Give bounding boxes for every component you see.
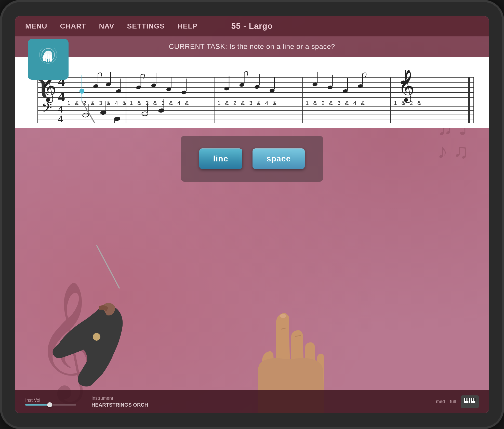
svg-text:4: 4 [115,100,118,106]
svg-rect-120 [469,398,470,403]
svg-text:&: & [225,100,229,106]
svg-text:1: 1 [306,100,309,106]
svg-text:2: 2 [233,100,236,106]
current-task-text: CURRENT TASK: Is the note on a line or a… [169,43,335,51]
tablet-frame: 𝄞 ♪♫♬ ♩♪ ♫ MENU CHART NAV SETTINGS HELP … [0,0,504,429]
nav-items: MENU CHART NAV SETTINGS HELP [25,22,197,30]
svg-text:2: 2 [146,100,149,106]
sheet-music-container: { 𝄞 4 4 [15,57,489,128]
svg-text:&: & [169,100,173,106]
line-button[interactable]: line [199,148,242,169]
instrument-group: Instrument HEARTSTRINGS ORCH [91,396,148,408]
vol-med-label: med [436,399,445,404]
nav-nav[interactable]: NAV [99,22,114,30]
touch-icon [37,48,60,71]
svg-text:4: 4 [58,89,65,104]
svg-text:&: & [91,100,95,106]
svg-text:2: 2 [322,100,325,106]
app-title: 55 - Largo [231,21,273,31]
svg-text:4: 4 [265,100,268,106]
svg-text:𝄢: 𝄢 [42,101,52,119]
svg-text:&: & [241,100,245,106]
music-staff-svg: { 𝄞 4 4 [25,62,479,123]
tapping-hand-illustration [205,222,378,413]
svg-point-32 [79,89,85,94]
svg-text:&: & [75,100,79,106]
svg-rect-125 [472,398,473,401]
svg-text:&: & [361,100,365,106]
svg-text:&: & [417,100,421,106]
svg-text:&: & [401,100,405,106]
bottom-controls: Inst Vol Instrument HEARTSTRINGS ORCH me… [15,390,489,413]
svg-rect-2 [48,54,49,62]
svg-text:3: 3 [99,100,102,106]
svg-text:&: & [273,100,276,106]
svg-text:4: 4 [177,100,180,106]
inst-vol-group: Inst Vol [25,398,76,406]
svg-text:2: 2 [410,100,413,106]
svg-rect-123 [465,398,467,401]
volume-buttons: med full [436,395,479,408]
svg-text:3: 3 [162,100,165,106]
svg-text:1: 1 [394,100,397,106]
space-button[interactable]: space [253,148,305,169]
svg-text:&: & [313,100,317,106]
sheet-music-area: { 𝄞 4 4 [15,57,489,128]
inst-vol-slider[interactable] [25,404,76,406]
slider-fill [25,404,48,406]
svg-text:&: & [257,100,261,106]
top-navigation: MENU CHART NAV SETTINGS HELP 55 - Largo [15,16,489,36]
instrument-name: HEARTSTRINGS ORCH [91,402,148,408]
svg-text:&: & [123,100,126,106]
touch-icon-button[interactable] [28,39,69,80]
nav-chart[interactable]: CHART [60,22,86,30]
svg-text:&: & [107,100,110,106]
svg-text:1: 1 [130,100,133,106]
svg-text:4: 4 [58,113,63,123]
svg-point-117 [280,314,286,318]
nav-settings[interactable]: SETTINGS [127,22,165,30]
svg-rect-124 [468,398,469,401]
nav-help[interactable]: HELP [178,22,198,30]
instrument-label: Instrument [91,396,148,401]
nav-menu[interactable]: MENU [25,22,47,30]
svg-text:&: & [185,100,189,106]
svg-text:3: 3 [249,100,252,106]
answer-area: line space [181,136,323,182]
svg-text:&: & [153,100,157,106]
task-bar: CURRENT TASK: Is the note on a line or a… [15,36,489,57]
svg-text:𝄞: 𝄞 [398,70,415,103]
vol-full-label: full [450,399,456,404]
svg-point-72 [142,112,148,116]
piano-keys-icon [463,397,476,406]
slider-thumb[interactable] [47,402,52,407]
tablet-screen: 𝄞 ♪♫♬ ♩♪ ♫ MENU CHART NAV SETTINGS HELP … [15,16,489,413]
svg-text:1: 1 [67,100,70,106]
svg-text:4: 4 [353,100,356,106]
piano-icon[interactable] [461,395,479,408]
svg-text:&: & [329,100,333,106]
svg-text:&: & [137,100,141,106]
svg-text:1: 1 [218,100,221,106]
svg-rect-126 [474,398,476,401]
svg-text:3: 3 [337,100,340,106]
svg-text:&: & [345,100,349,106]
